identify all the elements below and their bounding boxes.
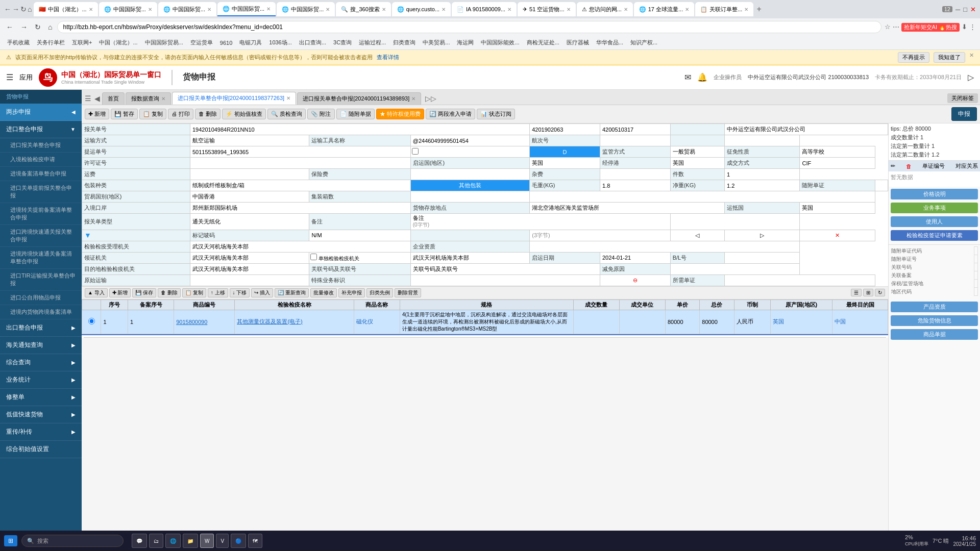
grid-insert-btn[interactable]: ↪ 插入 (251, 288, 273, 297)
col-qty[interactable]: 成交数量 (573, 299, 619, 310)
sidebar-sub-crossborder-fast-filing[interactable]: 进境跨境快速通关备案清单整合申报 (0, 247, 82, 269)
tab-import1-close[interactable]: ✕ (286, 95, 290, 101)
bookmark-medical[interactable]: 医疗器械 (564, 38, 592, 47)
package-count-value[interactable] (410, 191, 530, 203)
back-button[interactable]: ← (4, 22, 15, 32)
trade-method-value[interactable]: CIF (800, 158, 875, 169)
entry-date-value[interactable]: 2024-01-21 (600, 252, 670, 263)
ai-search-btn[interactable]: 抢新年矩交AI 🔥热搜 (901, 23, 960, 32)
sidebar-item-retransmit[interactable]: 重传/补传 ▶ (0, 423, 82, 441)
sidebar-item-init-settings[interactable]: 综合初始值设置 (0, 441, 82, 458)
sidebar-sub-crossborder-fast[interactable]: 进口跨境快速通关报关整合申报 (0, 225, 82, 247)
sidebar-sub-import-advance[interactable]: 进口关单提前报关整合申报 (0, 181, 82, 203)
tab-1[interactable]: 🇨🇳 中国（湖北）... ✕ (34, 2, 97, 16)
submit-button[interactable]: 申报 (951, 107, 977, 121)
sidebar-sub-personal-goods[interactable]: 进口公自用物品申报 (0, 291, 82, 305)
grid-card-view-btn[interactable]: ⊞ (863, 289, 873, 296)
grid-list-view-btn[interactable]: ☰ (851, 289, 862, 296)
col-price[interactable]: 单价 (665, 299, 699, 310)
tab-3[interactable]: 🌐 中国国际贸... ✕ (158, 2, 216, 16)
insp-org-value[interactable]: 武汉天河机场海关本部 (190, 241, 410, 252)
tab-4[interactable]: 🌐 中国国际贸... ✕ (217, 2, 276, 16)
exempt-value[interactable]: 高等学校 (800, 146, 875, 158)
grid-batch-btn[interactable]: 批量修改 (310, 288, 337, 297)
print-button[interactable]: 🖨 打印 (168, 109, 193, 119)
dest-insp-value[interactable]: 武汉天河机场海关本部 (190, 263, 309, 274)
taskbar-search[interactable]: 🔍 搜索 (21, 535, 124, 547)
bookmark-us-china[interactable]: 中美贸易... (420, 38, 453, 47)
grid-save-btn[interactable]: 💾 保存 (132, 288, 156, 297)
item-no-value[interactable] (142, 337, 201, 338)
new-tab-button[interactable]: + (754, 5, 763, 14)
sidebar-item-two-step[interactable]: 两步申报 ◀ (0, 104, 82, 121)
gross-weight-value[interactable]: 1.8 (600, 180, 670, 191)
reserve-no-value[interactable] (277, 337, 356, 338)
sidebar-sub-import-declaration[interactable]: 进口报关单整合申报 (0, 138, 82, 153)
bill-input[interactable] (192, 149, 408, 155)
minimize-btn[interactable]: ─ (955, 6, 960, 13)
origin-value[interactable]: 英国 (530, 158, 600, 169)
doc-delete-icon[interactable]: 🗑 (906, 163, 912, 169)
col-seq[interactable]: 序号 (101, 299, 128, 310)
grid-import-btn[interactable]: ▲ 导入 (85, 288, 108, 297)
goods-manifest-button[interactable]: 商品单据 (891, 329, 978, 340)
sidebar-item-modify[interactable]: 修整单 ▶ (0, 389, 82, 406)
bookmark-nocert[interactable]: 商检无证处... (524, 38, 562, 47)
tab-8[interactable]: 📄 IA 901580009... ✕ (452, 2, 517, 16)
permit-value[interactable] (190, 158, 410, 169)
bookmark-star-icon[interactable]: ☆ (885, 23, 891, 32)
annex-button[interactable]: 📎 附注 (307, 109, 334, 119)
col-currency[interactable]: 币制 (734, 299, 770, 310)
tab-7[interactable]: 🌐 query.custo... ✕ (392, 2, 451, 16)
bookmark-food[interactable]: 华华食品... (593, 38, 626, 47)
bookmark-9610[interactable]: 9610 (217, 39, 235, 47)
mail-icon[interactable]: ✉ (684, 72, 691, 82)
insp-name-value[interactable]: 其他测量仪器及装置(电子) (670, 337, 886, 338)
bookmark-hubei[interactable]: 中国（湖北）... (96, 38, 140, 47)
bookmark-airfreight[interactable]: 空运货单 (187, 38, 216, 47)
browser-back-btn[interactable]: ← (4, 5, 11, 13)
extensions-icon[interactable]: ⋯ (893, 23, 899, 32)
home-button[interactable]: ⌂ (46, 22, 54, 32)
close-all-tabs-button[interactable]: 关闭标签 (947, 93, 978, 103)
tool-value[interactable]: @2446049999501454 (410, 135, 530, 146)
decl-no-value[interactable] (190, 124, 529, 135)
settings-icon[interactable]: ⋮ (969, 23, 976, 32)
expand-icon[interactable]: ▷ (968, 72, 974, 82)
bookmark-mobile[interactable]: 手机收藏 (4, 38, 33, 47)
prod-qualif-button[interactable]: 产品资质 (891, 302, 978, 312)
danger-info-button[interactable]: 危险货物信息 (891, 315, 978, 326)
browser-reload-btn[interactable]: ↻ (20, 5, 27, 13)
tab-9[interactable]: ✈ 51 空运货物... ✕ (518, 2, 575, 16)
quality-check-button[interactable]: 🔍 质检查询 (267, 109, 306, 119)
tab-3-close[interactable]: ✕ (207, 7, 211, 12)
taskbar-app-blue[interactable]: 🔵 (231, 534, 246, 548)
related-no-val[interactable] (974, 263, 978, 271)
sub-doc-no-val[interactable] (974, 247, 978, 255)
entry-port-value[interactable]: 郑州新郑国际机场 (190, 203, 410, 214)
sidebar-sub-inland-goods[interactable]: 进境内货物跨境备案清单 (0, 305, 82, 319)
tab-nav-prev[interactable]: ◀ (93, 94, 101, 103)
save-button[interactable]: 💾 暂存 (111, 109, 138, 119)
no-remind-button[interactable]: 不再提示 (898, 52, 929, 63)
sidebar-sub-entry-advance-filing[interactable]: 进境转关提前备案清单整合申报 (0, 203, 82, 225)
tab-12-close[interactable]: ✕ (744, 7, 748, 12)
tab-11-close[interactable]: ✕ (685, 7, 689, 12)
remarks-input[interactable] (413, 215, 668, 221)
bell-icon[interactable]: 🔔 (697, 72, 707, 82)
tab-nav-next[interactable]: ▷▷ (424, 94, 437, 103)
mark-expand-icon[interactable]: ◁ (670, 230, 724, 241)
supervision-value[interactable]: 一般贸易 (670, 146, 724, 158)
special-biz-value[interactable] (410, 274, 600, 286)
sidebar-item-low-value[interactable]: 低值快速货物 ▶ (0, 406, 82, 423)
sidebar-item-customs-notify[interactable]: 海关通知查询 ▶ (0, 337, 82, 354)
bookmark-classify[interactable]: 归类查询 (390, 38, 419, 47)
init-check-button[interactable]: ⚡ 初始值核查 (222, 109, 266, 119)
taskbar-app-vpn[interactable]: V (216, 534, 229, 548)
trade-area-value[interactable]: 中国香港 (190, 191, 309, 203)
reload-button[interactable]: ↻ (33, 22, 43, 32)
random-doc-value[interactable] (875, 180, 888, 191)
other-pack-value[interactable]: 其他包装 (410, 180, 530, 191)
accomp-doc-button[interactable]: 📄 随附单据 (336, 109, 375, 119)
net-weight-value[interactable]: 1.2 (725, 180, 800, 191)
